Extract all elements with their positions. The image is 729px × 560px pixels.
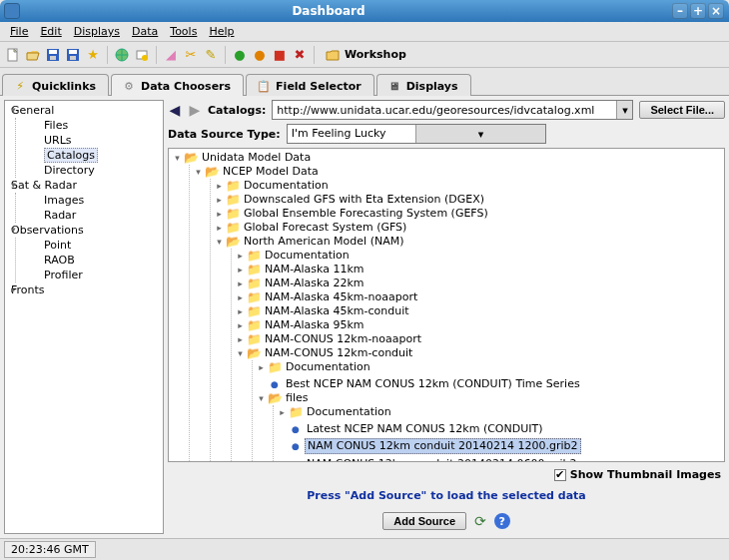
tree-item-files[interactable]: ▾📂files — [257, 391, 310, 405]
brush-icon[interactable]: ✎ — [202, 46, 220, 64]
tab-bar: ⚡ Quicklinks ⚙ Data Choosers 📋 Field Sel… — [0, 68, 729, 96]
tree-root[interactable]: ▾📂 Unidata Model Data — [173, 151, 313, 165]
maximize-button[interactable]: + — [690, 3, 706, 19]
toolbar-separator — [107, 46, 108, 64]
main-content: ▾General Files URLs Catalogs Directory ▾… — [0, 96, 729, 538]
tree-item-latest[interactable]: ●Latest NCEP NAM CONUS 12km (CONDUIT) — [278, 422, 545, 436]
toolbar: ★ ◢ ✂ ✎ ● ● ■ ✖ Workshop — [0, 42, 729, 68]
tree-item-nam-conus-conduit[interactable]: ▾📂NAM-CONUS 12km-conduit — [236, 346, 414, 360]
favorite-icon[interactable]: ★ — [84, 46, 102, 64]
data-source-type-row: Data Source Type: I'm Feeling Lucky ▾ — [168, 124, 725, 144]
sidebar-item-urls[interactable]: URLs — [20, 133, 163, 148]
catalog-url-combo[interactable]: ▾ — [272, 100, 633, 120]
add-source-button[interactable]: Add Source — [382, 512, 466, 530]
svg-rect-3 — [50, 56, 56, 60]
refresh-icon[interactable]: ⟳ — [474, 513, 486, 529]
tab-field-selector[interactable]: 📋 Field Selector — [246, 74, 374, 96]
lightning-icon: ⚡ — [13, 79, 27, 93]
delete-icon[interactable]: ✖ — [291, 46, 309, 64]
tree-item[interactable]: ▸📁Global Forecast System (GFS) — [215, 221, 408, 235]
menu-tools[interactable]: Tools — [164, 23, 203, 40]
folder-icon: 📁 — [226, 208, 240, 220]
tree-file-item[interactable]: ●NAM CONUS 12km conduit 20140214 1200.gr… — [278, 438, 581, 454]
tab-label: Displays — [406, 80, 458, 93]
action-row: Add Source ⟳ ? — [168, 512, 725, 534]
tree-item[interactable]: ▸📁Documentation — [215, 179, 331, 193]
forward-arrow-icon[interactable]: ▶ — [188, 103, 202, 117]
tree-item[interactable]: ▸📁NAM-Alaska 45km-conduit — [236, 304, 411, 318]
menu-displays[interactable]: Displays — [68, 23, 126, 40]
tree-file-item[interactable]: ●NAM CONUS 12km conduit 20140214 0600.gr… — [278, 457, 579, 462]
new-icon[interactable] — [4, 46, 22, 64]
tab-data-choosers[interactable]: ⚙ Data Choosers — [111, 74, 244, 96]
stop-red-icon[interactable]: ■ — [271, 46, 289, 64]
chevron-down-icon[interactable]: ▾ — [415, 125, 545, 143]
config-icon[interactable] — [133, 46, 151, 64]
help-icon[interactable]: ? — [494, 513, 510, 529]
chooser-sidebar: ▾General Files URLs Catalogs Directory ▾… — [4, 100, 164, 534]
sidebar-cat-observations[interactable]: ▾Observations — [5, 223, 163, 238]
sidebar-item-files[interactable]: Files — [20, 118, 163, 133]
catalog-tree[interactable]: ▾📂 Unidata Model Data ▾📂 NCEP Model Data… — [168, 148, 725, 462]
toolbar-separator — [156, 46, 157, 64]
save-icon[interactable] — [44, 46, 62, 64]
tree-item[interactable]: ▸📁NAM-Alaska 95km — [236, 318, 366, 332]
dot-green-icon[interactable]: ● — [231, 46, 249, 64]
sidebar-item-directory[interactable]: Directory — [20, 163, 163, 178]
toolbar-separator — [314, 46, 315, 64]
show-thumbnails-checkbox[interactable]: ✔ Show Thumbnail Images — [554, 468, 721, 481]
save-icon[interactable] — [64, 46, 82, 64]
gears-icon: ⚙ — [122, 79, 136, 93]
tab-label: Field Selector — [276, 80, 362, 93]
tree-item-nam[interactable]: ▾📂North American Model (NAM) — [215, 235, 405, 249]
tree-item[interactable]: ▸📁Documentation — [236, 249, 352, 263]
workshop-label[interactable]: Workshop — [345, 48, 406, 61]
close-button[interactable]: × — [708, 3, 724, 19]
globe-icon[interactable] — [113, 46, 131, 64]
back-arrow-icon[interactable]: ◀ — [168, 103, 182, 117]
sidebar-item-images[interactable]: Images — [20, 193, 163, 208]
svg-rect-2 — [49, 50, 57, 54]
tree-item-ncep-model-data[interactable]: ▾📂 NCEP Model Data — [194, 165, 321, 179]
menu-data[interactable]: Data — [126, 23, 164, 40]
folder-open-icon: 📂 — [205, 166, 219, 178]
sidebar-item-radar[interactable]: Radar — [20, 208, 163, 223]
tree-item[interactable]: ▸📁Downscaled GFS with Eta Extension (DGE… — [215, 193, 486, 207]
chevron-down-icon[interactable]: ▾ — [616, 101, 632, 119]
tree-item[interactable]: ▸📁NAM-CONUS 12km-noaaport — [236, 332, 423, 346]
data-source-type-combo[interactable]: I'm Feeling Lucky ▾ — [287, 124, 546, 144]
tab-quicklinks[interactable]: ⚡ Quicklinks — [2, 74, 109, 96]
catalog-url-input[interactable] — [273, 101, 616, 119]
app-icon — [4, 3, 20, 19]
menu-edit[interactable]: Edit — [34, 23, 67, 40]
cut-icon[interactable]: ✂ — [182, 46, 200, 64]
sidebar-item-raob[interactable]: RAOB — [20, 253, 163, 268]
sidebar-cat-sat-radar[interactable]: ▾Sat & Radar — [5, 178, 163, 193]
erase-icon[interactable]: ◢ — [162, 46, 180, 64]
select-file-button[interactable]: Select File... — [639, 101, 725, 119]
sidebar-cat-fronts[interactable]: ▸Fronts — [5, 282, 163, 297]
sidebar-item-profiler[interactable]: Profiler — [20, 268, 163, 282]
sidebar-item-point[interactable]: Point — [20, 238, 163, 253]
status-bar: 20:23:46 GMT — [0, 538, 729, 560]
tree-item[interactable]: ▸📁NAM-Alaska 45km-noaaport — [236, 290, 419, 304]
open-icon[interactable] — [24, 46, 42, 64]
menu-file[interactable]: File — [4, 23, 34, 40]
minimize-button[interactable]: – — [672, 3, 688, 19]
catalog-label: Catalogs: — [208, 104, 266, 117]
dot-orange-icon[interactable]: ● — [251, 46, 269, 64]
tree-item[interactable]: ▸📁Documentation — [278, 405, 393, 419]
tree-item[interactable]: ▸📁Global Ensemble Forecasting System (GE… — [215, 207, 490, 221]
sidebar-cat-general[interactable]: ▾General — [5, 103, 163, 118]
tab-label: Quicklinks — [32, 80, 96, 93]
tree-item[interactable]: ▸📁NAM-Alaska 22km — [236, 277, 366, 290]
tree-item[interactable]: ▸📁Documentation — [257, 360, 372, 374]
sidebar-item-catalogs[interactable]: Catalogs — [20, 148, 163, 163]
folder-icon[interactable] — [324, 46, 342, 64]
menu-bar: File Edit Displays Data Tools Help — [0, 22, 729, 42]
tree-item-best-time-series[interactable]: ●Best NCEP NAM CONUS 12km (CONDUIT) Time… — [257, 377, 582, 391]
tree-item[interactable]: ▸📁NAM-Alaska 11km — [236, 263, 366, 277]
folder-open-icon: 📂 — [226, 236, 240, 248]
tab-displays[interactable]: 🖥 Displays — [376, 74, 471, 96]
menu-help[interactable]: Help — [203, 23, 240, 40]
